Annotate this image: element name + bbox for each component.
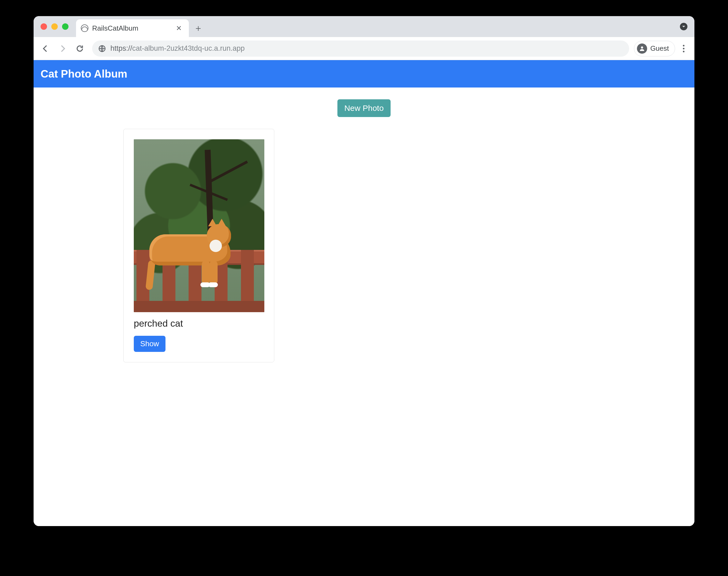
site-info-icon[interactable] xyxy=(98,45,106,53)
new-photo-button[interactable]: New Photo xyxy=(338,99,391,117)
minimize-window-button[interactable] xyxy=(51,23,58,30)
photo-caption: perched cat xyxy=(134,318,264,329)
avatar-icon xyxy=(637,44,647,54)
tab-search-button[interactable] xyxy=(680,23,687,30)
show-button[interactable]: Show xyxy=(134,336,165,352)
close-window-button[interactable] xyxy=(41,23,47,30)
page-content: New Photo xyxy=(33,87,695,374)
svg-point-1 xyxy=(641,47,643,49)
svg-point-4 xyxy=(683,51,684,52)
photo-card: perched cat Show xyxy=(123,129,274,362)
globe-icon xyxy=(81,24,88,32)
app-header: Cat Photo Album xyxy=(33,60,695,87)
reload-button[interactable] xyxy=(72,41,87,56)
window-controls xyxy=(38,16,71,37)
tab-strip: RailsCatAlbum ✕ ＋ xyxy=(33,16,695,37)
browser-menu-button[interactable] xyxy=(677,42,690,55)
forward-button[interactable] xyxy=(55,41,70,56)
close-tab-button[interactable]: ✕ xyxy=(174,23,184,33)
page-viewport: Cat Photo Album New Photo xyxy=(33,60,695,526)
tab-title: RailsCatAlbum xyxy=(92,24,170,32)
url-text: https://cat-album-2uzkt43tdq-uc.a.run.ap… xyxy=(110,44,245,53)
profile-label: Guest xyxy=(650,44,669,53)
back-button[interactable] xyxy=(38,41,53,56)
app-title: Cat Photo Album xyxy=(41,68,127,80)
photo-grid: perched cat Show xyxy=(43,129,685,362)
photo-thumbnail[interactable] xyxy=(134,139,264,312)
svg-point-2 xyxy=(683,45,684,47)
profile-button[interactable]: Guest xyxy=(634,41,675,56)
new-tab-button[interactable]: ＋ xyxy=(192,22,205,35)
browser-toolbar: https://cat-album-2uzkt43tdq-uc.a.run.ap… xyxy=(33,37,695,60)
address-bar[interactable]: https://cat-album-2uzkt43tdq-uc.a.run.ap… xyxy=(92,40,629,57)
svg-point-3 xyxy=(683,48,684,49)
browser-window: RailsCatAlbum ✕ ＋ https://cat-album-2uzk… xyxy=(33,16,695,526)
browser-tab[interactable]: RailsCatAlbum ✕ xyxy=(76,19,189,37)
fullscreen-window-button[interactable] xyxy=(62,23,69,30)
